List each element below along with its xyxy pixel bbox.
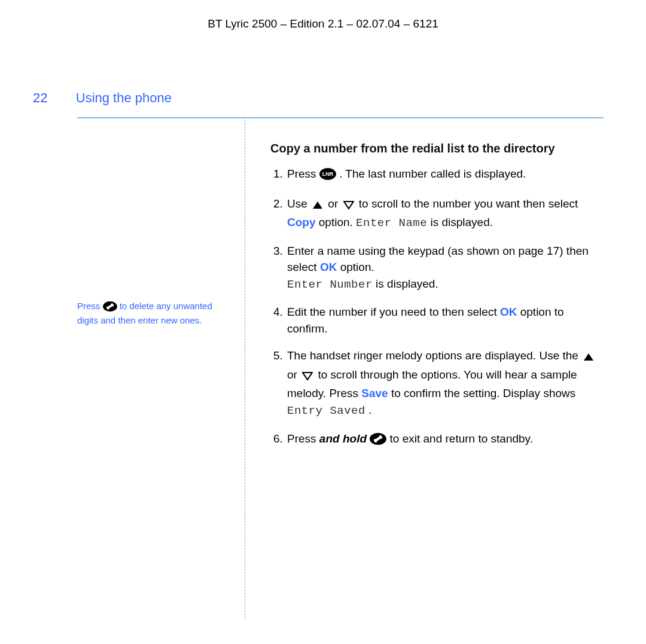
copy-option-label: Copy	[287, 216, 316, 228]
step-5-text-a: The handset ringer melody options are di…	[287, 349, 581, 362]
step-2-text-d: is displayed.	[430, 216, 493, 228]
step-5-or: or	[287, 368, 300, 381]
page-number: 22	[33, 88, 47, 108]
end-call-icon	[103, 301, 117, 315]
lnr-button-icon	[319, 168, 336, 185]
manual-page: BT Lyric 2500 – Edition 2.1 – 02.07.04 –…	[0, 0, 646, 644]
section-label-row: 22 Using the phone	[0, 88, 646, 108]
lcd-enter-number: Enter Number	[287, 278, 373, 291]
step-4-text-a: Edit the number if you need to then sele…	[287, 306, 500, 318]
step-1-text-b: . The last number called is displayed.	[339, 167, 526, 180]
step-3: Enter a name using the keypad (as shown …	[286, 243, 597, 294]
ok-option-label: OK	[320, 261, 337, 273]
step-6-text-a: Press	[287, 432, 319, 445]
vertical-divider	[245, 117, 245, 618]
step-6: Press and hold to exit and return to sta…	[286, 431, 597, 450]
step-3-text-b: option.	[340, 261, 374, 273]
and-hold-emphasis: and hold	[319, 432, 367, 445]
up-arrow-icon	[581, 350, 596, 367]
margin-note-text-before: Press	[77, 301, 103, 311]
step-2-or: or	[328, 197, 341, 210]
step-3-text-c: is displayed.	[376, 277, 438, 290]
step-1-text-a: Press	[287, 167, 319, 180]
step-2-text-c: option.	[319, 216, 356, 228]
procedure-steps: Press . The last number called is displa…	[270, 166, 597, 449]
down-arrow-icon	[342, 198, 356, 215]
step-2-text-b: to scroll to the number you want then se…	[359, 197, 578, 210]
lcd-entry-saved: Entry Saved	[287, 404, 365, 417]
horizontal-rule	[77, 117, 604, 118]
step-2-text-a: Use	[287, 197, 310, 210]
section-title: Using the phone	[76, 88, 172, 108]
end-call-icon	[370, 433, 386, 450]
step-5-text-c: to confirm the setting. Display shows	[391, 387, 575, 399]
lcd-enter-name: Enter Name	[356, 216, 427, 230]
up-arrow-icon	[310, 198, 325, 215]
down-arrow-icon	[300, 369, 315, 386]
step-4: Edit the number if you need to then sele…	[286, 304, 597, 337]
main-content: Copy a number from the redial list to th…	[270, 140, 597, 460]
save-option-label: Save	[361, 387, 388, 399]
ok-option-label-2: OK	[500, 306, 517, 318]
step-5: The handset ringer melody options are di…	[286, 347, 597, 419]
document-header: BT Lyric 2500 – Edition 2.1 – 02.07.04 –…	[0, 0, 646, 32]
procedure-heading: Copy a number from the redial list to th…	[270, 140, 597, 157]
margin-note: Press to delete any unwanted digits and …	[77, 300, 234, 327]
step-6-text-b: to exit and return to standby.	[390, 432, 533, 445]
step-5-text-d: .	[368, 404, 371, 416]
step-1: Press . The last number called is displa…	[286, 166, 597, 185]
step-2: Use or to scroll to the number you want …	[286, 196, 597, 232]
